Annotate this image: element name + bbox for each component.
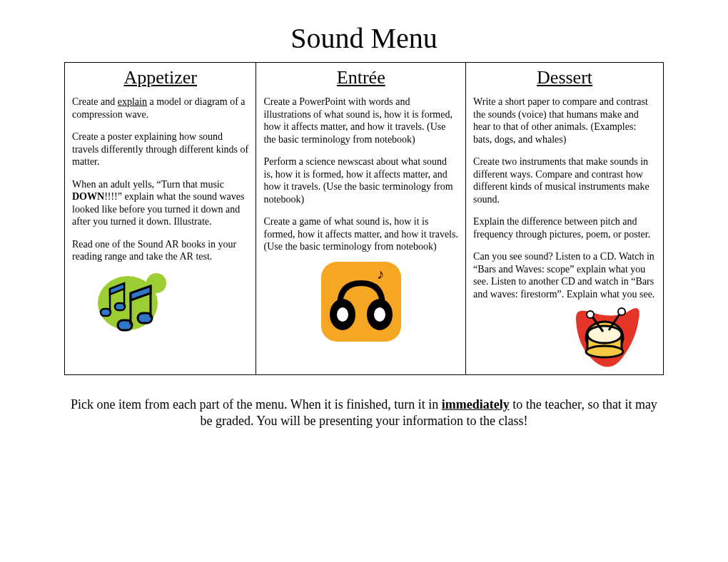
text: When an adult yells, “Turn that music xyxy=(72,179,224,190)
dessert-header: Dessert xyxy=(473,67,656,88)
appetizer-item: Read one of the Sound AR books in your r… xyxy=(72,238,248,263)
dessert-cell: Dessert Write a short paper to compare a… xyxy=(466,63,664,375)
dessert-item: Explain the difference between pitch and… xyxy=(473,215,656,240)
appetizer-item: When an adult yells, “Turn that music DO… xyxy=(72,178,248,228)
svg-point-14 xyxy=(374,307,385,322)
dessert-item: Create two instruments that make sounds … xyxy=(473,155,656,205)
text: Pick one item from each part of the menu… xyxy=(71,397,442,412)
svg-point-23 xyxy=(618,308,625,315)
entree-item: Create a game of what sound is, how it i… xyxy=(263,215,458,253)
entree-item: Create a PowerPoint with words and illus… xyxy=(263,96,458,145)
music-notes-icon xyxy=(72,269,248,340)
text: immediately xyxy=(442,397,510,412)
appetizer-header: Appetizer xyxy=(72,67,248,88)
menu-table: Appetizer Create and explain a model or … xyxy=(64,62,664,375)
headphones-icon: ♪ xyxy=(263,259,458,344)
page-title: Sound Menu xyxy=(64,21,664,55)
svg-point-21 xyxy=(587,311,594,318)
entree-header: Entrée xyxy=(263,67,458,88)
instructions-footer: Pick one item from each part of the menu… xyxy=(64,397,664,430)
text: Create and xyxy=(72,96,118,107)
svg-rect-10 xyxy=(321,262,401,342)
svg-point-19 xyxy=(587,326,622,343)
text: explain xyxy=(118,96,147,107)
svg-text:♪: ♪ xyxy=(377,266,384,282)
svg-point-18 xyxy=(586,346,623,357)
appetizer-item: Create a poster explaining how sound tra… xyxy=(72,131,248,168)
dessert-item: Write a short paper to compare and contr… xyxy=(473,96,656,145)
text: DOWN xyxy=(72,191,104,202)
dessert-item: Can you see sound? Listen to a CD. Watch… xyxy=(473,250,656,300)
drum-icon xyxy=(473,306,656,367)
appetizer-item: Create and explain a model or diagram of… xyxy=(72,96,248,121)
svg-point-13 xyxy=(337,307,348,322)
entree-cell: Entrée Create a PowerPoint with words an… xyxy=(256,63,466,375)
entree-item: Perform a science newscast about what so… xyxy=(263,155,458,205)
appetizer-cell: Appetizer Create and explain a model or … xyxy=(65,63,256,375)
